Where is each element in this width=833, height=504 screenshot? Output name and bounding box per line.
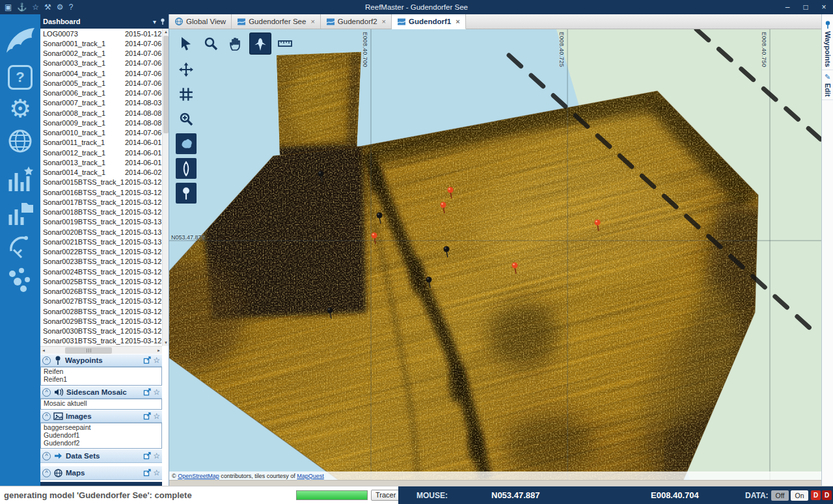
bubbles-cluster-icon[interactable]: [6, 265, 34, 294]
favorite-star-icon[interactable]: ☆: [153, 356, 160, 364]
close-tab-icon[interactable]: ×: [456, 18, 459, 25]
close-tab-icon[interactable]: ×: [310, 18, 314, 25]
track-row[interactable]: Sonar0023BTSS_track_1 2015-03-12: [40, 257, 162, 267]
track-row[interactable]: Sonar0021BTSS_track_1 2015-03-13: [40, 237, 162, 246]
maximize-button[interactable]: □: [797, 0, 815, 14]
settings-gear-icon[interactable]: ⚙: [57, 0, 64, 14]
move-view-button[interactable]: [176, 59, 197, 80]
sidebar-header[interactable]: Dashboard ▾: [40, 14, 169, 29]
track-list-horizontal-scrollbar[interactable]: ◄ ►: [40, 346, 162, 354]
track-row[interactable]: Sonar0011_track_1 2014-06-01: [40, 138, 162, 148]
section-header-waypoints[interactable]: ^ Waypoints ☆: [40, 354, 162, 367]
favorite-star-icon[interactable]: ☆: [153, 412, 160, 420]
track-row[interactable]: Sonar0006_track_1 2014-07-06: [40, 88, 162, 98]
boat-button[interactable]: [176, 158, 197, 179]
shark-logo-icon[interactable]: [3, 23, 37, 57]
globe-icon[interactable]: [7, 127, 34, 155]
collapse-icon[interactable]: ^: [42, 412, 51, 421]
track-row[interactable]: Sonar0025BTSS_track_1 2015-03-12: [40, 276, 162, 286]
list-item[interactable]: Gudendorf2: [41, 439, 161, 447]
track-row[interactable]: Sonar0030BTSS_track_1 2015-03-12: [40, 326, 162, 336]
scroll-right-icon[interactable]: ►: [156, 347, 162, 354]
app-window-icon[interactable]: ▣: [5, 0, 12, 14]
grid-toggle-button[interactable]: [176, 84, 197, 105]
section-header-maps[interactable]: ^ Maps ☆: [40, 466, 162, 480]
track-row[interactable]: Sonar0007_track_1 2014-08-03: [40, 98, 162, 108]
track-row[interactable]: Sonar0027BTSS_track_1 2015-03-12: [40, 297, 162, 306]
track-row[interactable]: Sonar0001_track_1 2014-07-06: [40, 38, 162, 48]
status-indicator-1[interactable]: D: [811, 490, 821, 500]
tools-icon[interactable]: ⚒: [44, 0, 51, 14]
scrollbar-thumb[interactable]: [65, 347, 112, 354]
track-row[interactable]: Sonar0031BTSS_track_1 2015-03-12: [40, 336, 162, 346]
track-row[interactable]: Sonar0028BTSS_track_1 2015-03-12: [40, 306, 162, 316]
zoom-tool-button[interactable]: [200, 33, 221, 54]
vertical-tab-waypoints[interactable]: Waypoints: [822, 18, 833, 70]
satellite-icon[interactable]: [7, 234, 33, 260]
scroll-left-icon[interactable]: ◄: [40, 347, 47, 354]
vertical-tab-edit[interactable]: ✎ Edit: [822, 70, 833, 100]
list-item[interactable]: Reifen: [41, 367, 161, 375]
close-button[interactable]: ×: [815, 0, 833, 14]
tracer-button[interactable]: Tracer: [371, 490, 400, 501]
track-row[interactable]: Sonar0005_track_1 2014-07-06: [40, 78, 162, 88]
track-row[interactable]: Sonar0004_track_1 2014-07-06: [40, 68, 162, 78]
mapquest-link[interactable]: MapQuest: [297, 473, 324, 479]
track-row[interactable]: Sonar0002_track_1 2014-07-06: [40, 49, 162, 59]
map-canvas[interactable]: [169, 29, 821, 480]
popout-icon[interactable]: [143, 356, 151, 364]
data-off-button[interactable]: Off: [771, 490, 789, 501]
close-tab-icon[interactable]: ×: [382, 18, 386, 25]
track-row[interactable]: Sonar0029BTSS_track_1 2015-03-12: [40, 316, 162, 326]
tab-global-view[interactable]: Global View: [169, 14, 232, 29]
anchor-icon[interactable]: ⚓: [17, 0, 27, 14]
track-row[interactable]: Sonar0009_track_1 2014-08-08: [40, 118, 162, 127]
track-row[interactable]: Sonar0016BTSS_track_1 2015-03-12: [40, 187, 162, 197]
popout-icon[interactable]: [143, 412, 151, 420]
popout-icon[interactable]: [143, 469, 151, 477]
chart-folder-icon[interactable]: [6, 199, 34, 228]
help-panel-icon[interactable]: ?: [8, 65, 33, 90]
track-row[interactable]: Sonar0018BTSS_track_1 2015-03-12: [40, 207, 162, 217]
minimize-button[interactable]: –: [778, 0, 797, 14]
collapse-icon[interactable]: ^: [42, 356, 51, 365]
track-row[interactable]: Sonar0014_track_1 2014-06-02: [40, 168, 162, 178]
pan-tool-button[interactable]: [225, 33, 246, 54]
track-row[interactable]: Sonar0003_track_1 2014-07-06: [40, 59, 162, 68]
chart-star-icon[interactable]: [6, 165, 34, 194]
scroll-up-icon[interactable]: ▲: [163, 29, 169, 35]
section-header-datasets[interactable]: ^ Data Sets ☆: [40, 449, 162, 463]
favorite-star-icon[interactable]: ☆: [153, 388, 160, 396]
track-row[interactable]: Sonar0026BTSS_track_1 2015-03-12: [40, 287, 162, 297]
favorite-star-icon[interactable]: ☆: [153, 469, 160, 477]
collapse-icon[interactable]: ^: [42, 452, 51, 460]
status-indicator-2[interactable]: D: [822, 490, 832, 500]
settings-gear-icon[interactable]: ⚙: [9, 95, 31, 122]
sonar-tool-button[interactable]: [250, 33, 271, 54]
map-viewport[interactable]: E008.40.700 E008.40.725 E008.40.750 N053…: [169, 29, 821, 480]
track-row[interactable]: LOG00073 2015-01-12: [40, 29, 162, 38]
chevron-down-icon[interactable]: ▾: [153, 18, 156, 25]
section-header-images[interactable]: ^ Images ☆: [40, 410, 162, 423]
help-icon[interactable]: ?: [69, 0, 74, 14]
popout-icon[interactable]: [143, 388, 151, 396]
section-header-sidescan[interactable]: ^ Sidescan Mosaic ☆: [40, 386, 162, 399]
tab-gudendorf1[interactable]: Gudendorf1 ×: [392, 14, 466, 29]
popout-icon[interactable]: [143, 452, 151, 460]
track-list-vertical-scrollbar[interactable]: ▲ ▼: [162, 29, 169, 346]
list-item[interactable]: Gudendorf1: [41, 431, 161, 439]
track-row[interactable]: Sonar0015BTSS_track_1 2015-03-12: [40, 178, 162, 187]
scrollbar-thumb[interactable]: [163, 36, 169, 133]
tab-gudendorf2[interactable]: Gudendorf2 ×: [321, 14, 392, 29]
track-row[interactable]: Sonar0012_track_1 2014-06-01: [40, 148, 162, 157]
track-row[interactable]: Sonar0010_track_1 2014-07-06: [40, 128, 162, 138]
track-row[interactable]: Sonar0019BTSS_track_1 2015-03-13: [40, 217, 162, 227]
collapse-icon[interactable]: ^: [42, 469, 51, 477]
list-item[interactable]: Reifen1: [41, 375, 161, 383]
collapse-icon[interactable]: ^: [42, 388, 51, 397]
list-item[interactable]: Mosaic aktuell: [41, 399, 161, 407]
openstreetmap-link[interactable]: OpenStreetMap: [178, 473, 219, 479]
scroll-down-icon[interactable]: ▼: [163, 339, 169, 346]
track-row[interactable]: Sonar0008_track_1 2014-08-08: [40, 108, 162, 118]
pin-icon[interactable]: [159, 18, 166, 25]
